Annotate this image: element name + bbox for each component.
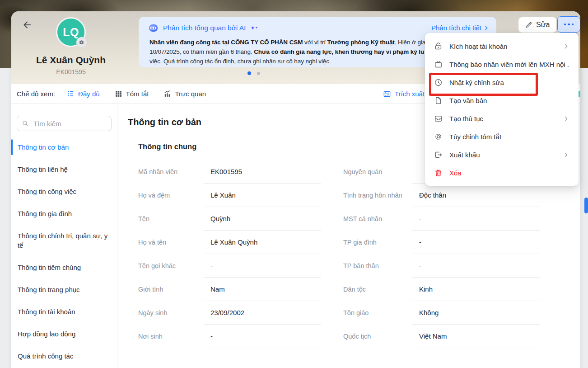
extract-action[interactable]: Trích xuất <box>383 84 425 104</box>
field-row: Họ và đệmLê Xuân <box>138 184 321 207</box>
carousel-dot-active[interactable] <box>247 71 251 75</box>
field-label: MST cá nhân <box>343 207 412 231</box>
menu-item-7[interactable]: Xóa <box>425 164 579 182</box>
employee-name: Lê Xuân Quỳnh <box>17 55 125 66</box>
field-label: TP gia đình <box>343 231 412 254</box>
carousel-dot[interactable] <box>257 72 260 75</box>
fields-right: Nguyên quánTình trạng hôn nhânĐộc thânMS… <box>343 160 540 348</box>
menu-item-6[interactable]: Xuất khẩu <box>425 146 579 164</box>
arrow-left-icon <box>22 19 33 30</box>
field-row: TP bản thân- <box>343 254 540 278</box>
menu-item-label: Xuất khẩu <box>449 151 480 159</box>
ai-banner-title: Phân tích tổng quan bởi AI <box>163 24 246 32</box>
tv-icon <box>434 60 443 69</box>
field-value: - <box>412 207 540 231</box>
field-value: Độc thân <box>412 184 540 207</box>
field-row: Họ và tênLê Xuân Quỳnh <box>138 231 321 254</box>
avatar[interactable]: LQ <box>56 17 87 48</box>
banner-carousel-dots <box>11 71 496 75</box>
employee-profile-page: LQ Lê Xuân Quỳnh EK001595 <box>0 0 588 368</box>
menu-item-1[interactable]: Thông báo nhân viên mới lên MXH nội ... <box>425 55 579 73</box>
sidebar-item-8[interactable]: Hợp đồng lao động <box>17 323 112 345</box>
ai-robot-icon <box>148 23 159 33</box>
sparkle-icon: ✦✦ <box>250 25 258 31</box>
menu-item-4[interactable]: Tạo thủ tục <box>425 109 579 127</box>
field-value: - <box>204 325 321 348</box>
view-mode-visual[interactable]: Trực quan <box>163 90 206 98</box>
search-input[interactable] <box>33 119 107 128</box>
tray-icon <box>434 114 443 123</box>
sidebar-item-2[interactable]: Thông tin công việc <box>17 180 112 203</box>
field-label: Quốc tịch <box>343 325 412 348</box>
back-button[interactable] <box>20 18 34 32</box>
extract-card-icon <box>383 90 391 98</box>
view-mode-summary[interactable]: Tóm tắt <box>115 90 149 98</box>
field-row: Tôn giáoKhông <box>343 301 540 325</box>
menu-item-2[interactable]: Nhật ký chỉnh sửa <box>425 73 579 91</box>
edit-button[interactable]: Sửa <box>518 17 556 33</box>
menu-item-5[interactable]: Tùy chỉnh tóm tắt <box>425 127 579 146</box>
field-label: TP bản thân <box>343 254 412 278</box>
menu-item-label: Tùy chỉnh tóm tắt <box>449 133 501 141</box>
chevron-right-icon <box>563 43 569 50</box>
field-label: Tên <box>138 207 204 231</box>
sidebar-item-9[interactable]: Quá trình công tác <box>17 345 112 367</box>
menu-item-label: Tạo văn bản <box>449 97 487 104</box>
field-label: Tình trạng hôn nhân <box>343 184 412 207</box>
menu-item-label: Thông báo nhân viên mới lên MXH nội ... <box>449 61 569 68</box>
view-mode-full[interactable]: Đầy đủ <box>67 90 100 98</box>
more-actions-button[interactable] <box>557 16 580 33</box>
clock-icon <box>434 78 443 87</box>
chart-icon <box>163 90 171 98</box>
sidebar-item-5[interactable]: Thông tin tiêm chủng <box>17 256 112 278</box>
field-row: TP gia đình- <box>343 231 540 254</box>
section-sidebar: Thông tin cơ bảnThông tin liên hệThông t… <box>11 104 117 368</box>
sidebar-nav: Thông tin cơ bảnThông tin liên hệThông t… <box>11 136 117 367</box>
grid-icon <box>115 90 122 98</box>
field-label: Ngày sinh <box>138 301 204 325</box>
field-value: 23/09/2002 <box>204 301 321 325</box>
field-row: Dân tộcKinh <box>343 278 540 301</box>
menu-item-label: Tạo thủ tục <box>449 115 483 123</box>
field-label: Tôn giáo <box>343 301 412 325</box>
menu-item-label: Kích hoạt tài khoản <box>449 42 507 50</box>
fields-grid: Mã nhân viênEK001595Họ và đệmLê XuânTênQ… <box>138 160 580 348</box>
sidebar-item-1[interactable]: Thông tin liên hệ <box>17 158 112 180</box>
field-value: Nam <box>204 278 321 301</box>
sidebar-item-7[interactable]: Thông tin tài khoản <box>17 301 112 323</box>
sidebar-search[interactable] <box>17 116 112 131</box>
field-label: Dân tộc <box>343 278 412 301</box>
menu-item-label: Nhật ký chỉnh sửa <box>449 79 504 86</box>
field-value: - <box>412 231 540 254</box>
field-row: Nơi sinh- <box>138 325 321 348</box>
field-label: Nơi sinh <box>138 325 204 348</box>
field-row: MST cá nhân- <box>343 207 540 231</box>
field-label: Họ và đệm <box>138 184 204 207</box>
ai-detail-link[interactable]: Phân tích chi tiết <box>431 24 489 32</box>
export-icon <box>434 151 443 159</box>
gear-icon <box>434 132 443 141</box>
file-icon <box>434 96 443 105</box>
field-value: Kinh <box>412 278 540 301</box>
view-mode-label: Chế độ xem: <box>17 90 55 98</box>
field-label: Họ và tên <box>138 231 204 254</box>
field-value: - <box>204 254 321 278</box>
ellipsis-icon <box>564 24 574 26</box>
field-label: Giới tính <box>138 278 204 301</box>
field-value: Lê Xuân <box>204 184 321 207</box>
camera-icon[interactable] <box>76 37 87 47</box>
sidebar-item-3[interactable]: Thông tin gia đình <box>17 203 112 225</box>
trash-icon <box>434 169 443 177</box>
field-value: Lê Xuân Quỳnh <box>204 231 321 254</box>
field-row: Mã nhân viênEK001595 <box>138 160 321 184</box>
scrollbar-thumb[interactable] <box>584 198 588 213</box>
sidebar-item-4[interactable]: Thông tin chính trị, quân sự, y tế <box>17 225 112 256</box>
menu-item-0[interactable]: Kích hoạt tài khoản <box>425 37 579 55</box>
field-row: Ngày sinh23/09/2002 <box>138 301 321 325</box>
sidebar-item-6[interactable]: Thông tin trang phục <box>17 278 112 301</box>
menu-item-3[interactable]: Tạo văn bản <box>425 91 579 109</box>
chevron-right-icon <box>563 151 569 158</box>
field-value: - <box>412 254 540 278</box>
field-row: Giới tínhNam <box>138 278 321 301</box>
sidebar-item-0[interactable]: Thông tin cơ bản <box>17 136 112 158</box>
